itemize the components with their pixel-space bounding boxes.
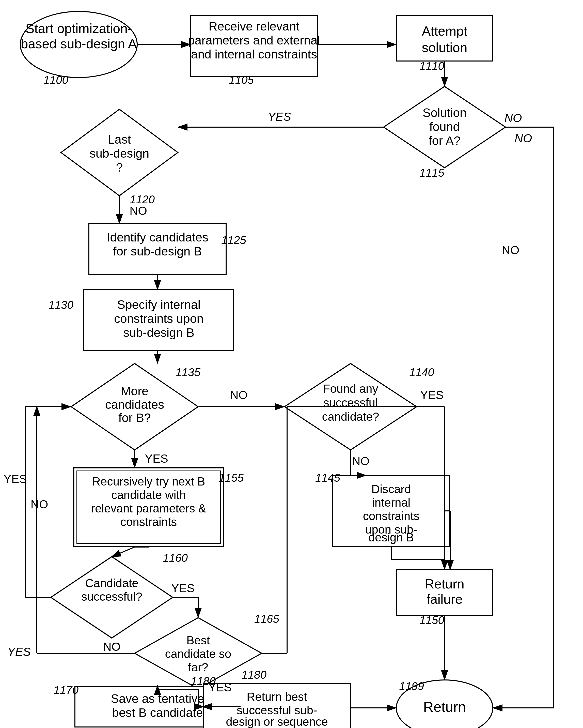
- svg-text:1199: 1199: [399, 680, 424, 693]
- svg-text:1130: 1130: [49, 299, 74, 311]
- svg-text:candidates: candidates: [105, 398, 164, 411]
- svg-text:NO: NO: [230, 388, 248, 401]
- svg-text:YES: YES: [268, 110, 291, 123]
- svg-text:solution: solution: [422, 40, 467, 55]
- svg-text:Receive relevant: Receive relevant: [209, 20, 300, 33]
- svg-text:YES: YES: [145, 452, 168, 465]
- svg-text:Discard: Discard: [371, 483, 411, 496]
- svg-text:Start optimization-: Start optimization-: [25, 21, 132, 36]
- svg-text:for sub-design B: for sub-design B: [113, 244, 202, 258]
- svg-text:NO: NO: [352, 454, 370, 468]
- svg-text:Candidate: Candidate: [85, 576, 138, 590]
- svg-text:candidate?: candidate?: [322, 410, 379, 423]
- svg-text:and internal constraints: and internal constraints: [191, 48, 317, 61]
- svg-text:based sub-design A: based sub-design A: [21, 36, 137, 51]
- svg-text:YES: YES: [208, 681, 232, 694]
- svg-text:1155: 1155: [219, 471, 244, 484]
- svg-text:sub-design B: sub-design B: [123, 326, 194, 339]
- svg-text:1110: 1110: [419, 60, 444, 72]
- svg-text:failure: failure: [426, 592, 463, 606]
- svg-text:constraints: constraints: [363, 510, 419, 523]
- svg-text:1135: 1135: [175, 366, 200, 379]
- svg-text:1125: 1125: [221, 234, 246, 246]
- svg-text:1150: 1150: [419, 614, 444, 626]
- svg-text:Specify internal: Specify internal: [117, 298, 200, 311]
- svg-text:Return: Return: [423, 699, 466, 715]
- svg-text:for B?: for B?: [118, 411, 151, 424]
- svg-text:1180: 1180: [242, 669, 267, 681]
- svg-text:Last: Last: [108, 133, 131, 146]
- svg-text:parameters and external: parameters and external: [188, 33, 320, 47]
- svg-text:NO: NO: [504, 111, 522, 125]
- svg-text:NO: NO: [502, 243, 520, 257]
- svg-text:found: found: [429, 120, 460, 133]
- svg-text:design B: design B: [368, 531, 414, 544]
- svg-text:Best: Best: [187, 634, 210, 647]
- svg-text:far?: far?: [188, 661, 208, 674]
- svg-text:1140: 1140: [409, 366, 434, 379]
- svg-text:?: ?: [116, 161, 123, 174]
- svg-text:Attempt: Attempt: [422, 24, 467, 38]
- svg-text:sub-design: sub-design: [90, 147, 149, 160]
- svg-text:constraints: constraints: [120, 515, 177, 528]
- svg-text:YES: YES: [420, 388, 444, 401]
- svg-text:YES: YES: [7, 645, 31, 658]
- svg-text:design or sequence: design or sequence: [226, 715, 328, 728]
- svg-text:1105: 1105: [229, 74, 254, 86]
- svg-text:1145: 1145: [315, 471, 340, 484]
- svg-text:relevant parameters &: relevant parameters &: [91, 502, 206, 515]
- svg-text:1165: 1165: [254, 613, 279, 625]
- svg-text:1170: 1170: [54, 684, 79, 696]
- flowchart-diagram: Start optimization- based sub-design A 1…: [0, 0, 583, 728]
- svg-text:1120: 1120: [130, 193, 155, 206]
- svg-text:Found any: Found any: [323, 382, 378, 395]
- svg-text:1100: 1100: [44, 74, 68, 86]
- svg-text:Recursively try next B: Recursively try next B: [92, 475, 205, 488]
- svg-text:YES: YES: [4, 472, 27, 486]
- svg-text:successful: successful: [323, 396, 378, 409]
- svg-text:candidate so: candidate so: [165, 647, 231, 660]
- svg-text:Return: Return: [425, 576, 464, 591]
- svg-text:NO: NO: [31, 498, 48, 511]
- svg-text:best B candidate: best B candidate: [112, 706, 203, 719]
- svg-text:Solution: Solution: [422, 106, 466, 120]
- svg-text:NO: NO: [130, 204, 147, 217]
- svg-text:successful?: successful?: [81, 590, 142, 603]
- svg-text:Save as tentative: Save as tentative: [111, 692, 204, 705]
- svg-text:1160: 1160: [163, 552, 188, 564]
- svg-text:for A?: for A?: [428, 134, 460, 148]
- svg-text:constraints upon: constraints upon: [114, 312, 203, 326]
- svg-text:Return best: Return best: [247, 690, 307, 703]
- svg-text:YES: YES: [171, 581, 195, 595]
- svg-text:NO: NO: [515, 132, 532, 145]
- svg-text:candidate with: candidate with: [111, 488, 186, 501]
- svg-text:Identify candidates: Identify candidates: [107, 231, 208, 244]
- svg-text:internal: internal: [372, 496, 411, 509]
- svg-text:NO: NO: [103, 640, 121, 653]
- svg-text:More: More: [121, 384, 148, 398]
- svg-text:1115: 1115: [419, 166, 444, 179]
